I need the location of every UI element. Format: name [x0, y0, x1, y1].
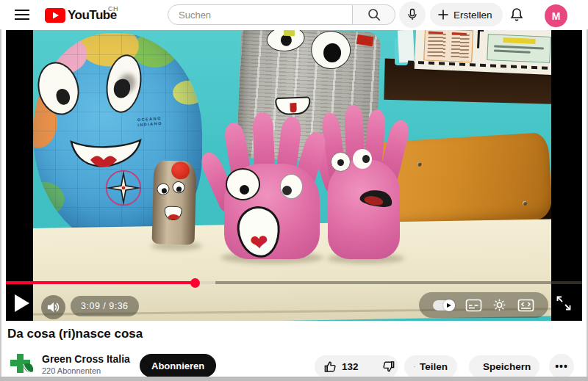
roll-eye [171, 181, 186, 195]
more-icon: ••• [555, 360, 568, 372]
fullscreen-icon [554, 294, 573, 313]
share-button[interactable]: Teilen [404, 355, 457, 378]
page-bottom-edge [0, 377, 588, 381]
newspaper-eye [310, 30, 351, 70]
thumbs-up-icon [323, 360, 337, 374]
miniplayer-button[interactable] [517, 299, 534, 312]
progress-bar[interactable] [6, 281, 582, 284]
globe-mouth [68, 137, 145, 170]
like-count: 132 [342, 361, 359, 372]
glove-heart-tongue: ❤ [249, 231, 269, 255]
miniplayer-icon [517, 299, 534, 312]
subtitles-button[interactable] [465, 299, 482, 312]
time-display: 3:09 / 9:36 [71, 296, 139, 316]
play-button[interactable] [15, 294, 31, 312]
share-icon [414, 360, 415, 374]
menu-icon[interactable] [15, 10, 29, 20]
glove-eye [226, 168, 260, 200]
youtube-page: YouTube CH Erstellen [0, 0, 588, 381]
cardboard-roll-puppet [152, 160, 197, 244]
youtube-logo[interactable]: YouTube CH [45, 8, 117, 23]
roll-mouth [164, 206, 182, 221]
globe-eye [102, 52, 146, 115]
like-dislike-pill: 132 [315, 355, 398, 378]
save-label: Speichern [483, 361, 531, 372]
newspaper-tag [284, 30, 295, 36]
progress-played [6, 281, 195, 284]
notifications-button[interactable] [508, 5, 527, 24]
more-button[interactable]: ••• [549, 354, 574, 379]
roll-nose [171, 162, 190, 180]
green-cross-logo[interactable] [7, 350, 35, 378]
speaker-icon [46, 301, 60, 313]
roll-eye [156, 182, 171, 196]
dislike-button[interactable] [375, 355, 404, 378]
region-badge: CH [108, 5, 118, 12]
wall-poster-small [398, 30, 415, 63]
like-button[interactable]: 132 [315, 355, 366, 378]
glove-eye [331, 152, 351, 172]
search-input[interactable] [168, 4, 353, 25]
settings-button[interactable] [492, 297, 507, 313]
newspaper-red-label [356, 35, 374, 46]
video-title: Da cosa (ri)nasce cosa [7, 327, 143, 341]
video-frame: OCEANO INDIANO [33, 30, 551, 321]
video-player[interactable]: OCEANO INDIANO [6, 30, 582, 321]
share-label: Teilen [420, 361, 448, 372]
cc-icon [465, 299, 482, 312]
thumbs-down-icon [381, 360, 395, 374]
mic-button[interactable] [399, 1, 426, 28]
app-header: YouTube CH Erstellen [0, 0, 588, 29]
gear-icon [492, 297, 507, 313]
channel-name[interactable]: Green Cross Italia [42, 353, 130, 365]
autoplay-toggle[interactable] [433, 300, 455, 311]
youtube-play-icon [45, 8, 65, 23]
subscribe-button[interactable]: Abonnieren [140, 354, 216, 377]
glove-puppet-left: ❤ [215, 112, 331, 259]
create-button[interactable]: Erstellen [430, 3, 503, 26]
glove-eye [353, 149, 372, 169]
ocean-label: OCEANO INDIANO [137, 116, 163, 128]
glove-puppet-right [322, 104, 406, 259]
avatar[interactable]: M [545, 4, 567, 27]
subscriber-count: 220 Abonnenten [42, 366, 101, 375]
search-icon [367, 7, 381, 22]
fullscreen-button[interactable] [554, 294, 573, 313]
compass-rose [103, 167, 144, 208]
player-controls-right [419, 292, 548, 318]
search-button[interactable] [353, 4, 395, 25]
save-button[interactable]: Speichern [469, 355, 539, 378]
bell-icon [508, 6, 526, 23]
create-label: Erstellen [453, 10, 492, 21]
glove-eye [280, 174, 303, 199]
mic-icon [405, 7, 420, 22]
volume-button[interactable] [41, 295, 65, 319]
search-bar [168, 4, 395, 25]
autoplay-knob [443, 300, 455, 311]
plus-icon [437, 9, 449, 21]
